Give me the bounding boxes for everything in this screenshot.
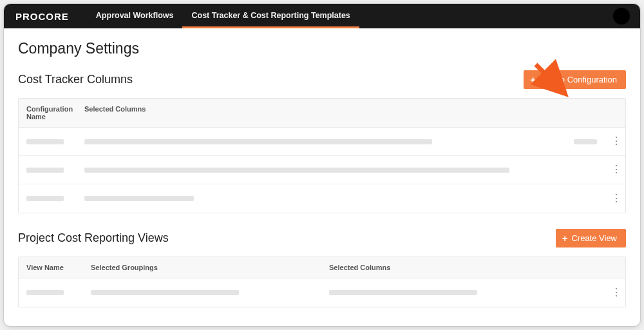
create-configuration-button[interactable]: + Create Configuration: [524, 70, 626, 89]
cost-tracker-table: Configuration Name Selected Columns ⋮ ⋮: [18, 98, 626, 213]
cost-tracker-section-header: Cost Tracker Columns + Create Configurat…: [18, 70, 626, 89]
skeleton-cell: [26, 168, 64, 173]
skeleton-cell: [91, 290, 239, 295]
create-view-button[interactable]: + Create View: [556, 229, 626, 248]
row-actions-menu[interactable]: ⋮: [610, 197, 623, 200]
col-configuration-name: Configuration Name: [19, 99, 77, 127]
row-actions-menu[interactable]: ⋮: [610, 291, 623, 295]
skeleton-cell: [26, 196, 64, 201]
project-views-table-head: View Name Selected Groupings Selected Co…: [19, 257, 625, 278]
skeleton-cell: [84, 139, 432, 144]
create-view-label: Create View: [571, 233, 617, 243]
nav-tab-approval-workflows[interactable]: Approval Workflows: [87, 4, 183, 28]
plus-icon: +: [530, 75, 536, 84]
top-nav-bar: PROCORE Approval Workflows Cost Tracker …: [4, 4, 640, 28]
cost-tracker-title: Cost Tracker Columns: [18, 73, 133, 86]
skeleton-cell: [84, 196, 194, 201]
col-selected-groupings: Selected Groupings: [83, 257, 321, 278]
plus-icon: +: [562, 233, 568, 243]
col-view-name: View Name: [19, 257, 83, 278]
page-title: Company Settings: [18, 40, 626, 57]
app-frame: PROCORE Approval Workflows Cost Tracker …: [4, 4, 640, 326]
create-configuration-label: Create Configuration: [540, 75, 617, 84]
col-spacer: [566, 99, 602, 127]
cost-tracker-table-head: Configuration Name Selected Columns: [19, 99, 625, 128]
table-row: ⋮: [19, 128, 625, 156]
project-views-section-header: Project Cost Reporting Views + Create Vi…: [18, 229, 626, 248]
skeleton-cell: [26, 290, 64, 295]
skeleton-cell: [574, 139, 597, 144]
skeleton-cell: [26, 139, 64, 144]
col-actions: [602, 99, 625, 127]
table-row: ⋮: [19, 156, 625, 184]
table-row: ⋮: [19, 184, 625, 213]
brand-logo: PROCORE: [15, 11, 69, 22]
table-row: ⋮: [19, 278, 625, 307]
nav-tabs: Approval Workflows Cost Tracker & Cost R…: [87, 4, 359, 28]
nav-tab-cost-tracker-templates[interactable]: Cost Tracker & Cost Reporting Templates: [182, 4, 359, 28]
skeleton-cell: [329, 290, 477, 295]
skeleton-cell: [84, 168, 509, 173]
page-content: Company Settings Cost Tracker Columns + …: [4, 28, 640, 326]
col-selected-columns: Selected Columns: [77, 99, 566, 127]
row-actions-menu[interactable]: ⋮: [610, 168, 623, 171]
project-views-table: View Name Selected Groupings Selected Co…: [18, 257, 626, 307]
col-actions: [602, 257, 625, 278]
avatar[interactable]: [613, 8, 630, 24]
col-selected-columns: Selected Columns: [321, 257, 602, 278]
project-views-title: Project Cost Reporting Views: [18, 231, 169, 245]
row-actions-menu[interactable]: ⋮: [610, 139, 623, 143]
